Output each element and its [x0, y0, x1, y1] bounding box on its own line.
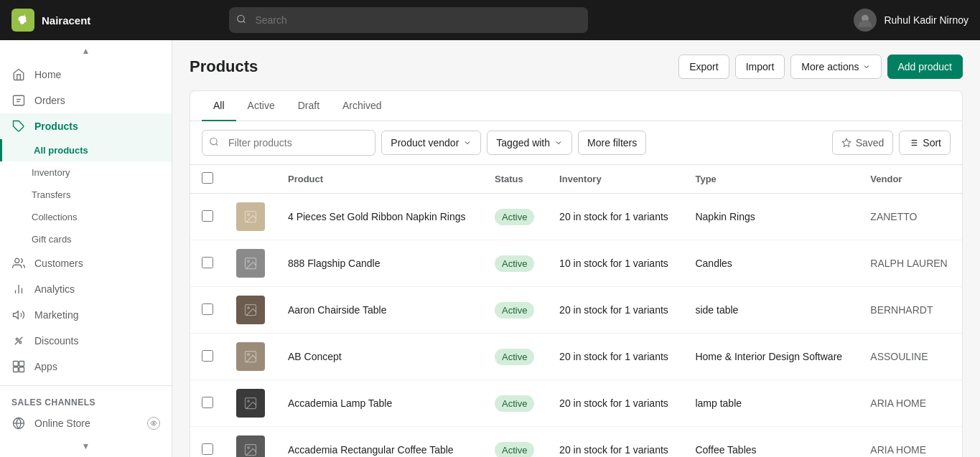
product-vendor-cell: BERNHARDT [859, 287, 962, 334]
table-row[interactable]: Aaron Chairside Table Active 20 in stock… [190, 287, 962, 334]
sidebar-item-apps[interactable]: Apps [0, 354, 172, 380]
row-checkbox[interactable] [202, 397, 213, 408]
tab-all[interactable]: All [202, 91, 236, 121]
status-badge: Active [495, 302, 534, 319]
tab-active[interactable]: Active [236, 91, 286, 121]
sidebar-item-transfers[interactable]: Transfers [0, 184, 172, 206]
row-checkbox[interactable] [202, 257, 213, 268]
sidebar-item-marketing[interactable]: Marketing [0, 302, 172, 328]
sidebar-item-orders[interactable]: Orders [0, 88, 172, 113]
filter-products-input[interactable] [202, 130, 375, 156]
filter-search [202, 130, 375, 156]
more-actions-button[interactable]: More actions [790, 55, 881, 79]
product-type: Coffee Tables [695, 444, 756, 456]
sidebar-item-collections[interactable]: Collections [0, 206, 172, 228]
product-name-cell[interactable]: AB Concept [276, 334, 483, 380]
global-search-input[interactable] [229, 7, 588, 33]
add-product-button[interactable]: Add product [887, 55, 963, 79]
svg-point-37 [248, 307, 250, 309]
shopify-logo-icon [16, 13, 30, 27]
saved-button[interactable]: Saved [832, 131, 894, 155]
status-badge: Active [495, 395, 534, 412]
tab-archived[interactable]: Archived [331, 91, 393, 121]
row-checkbox-cell[interactable] [190, 287, 225, 334]
product-status-cell: Active [483, 287, 548, 334]
sort-button[interactable]: Sort [899, 131, 951, 155]
sidebar-item-products[interactable]: Products [0, 113, 172, 139]
export-button[interactable]: Export [678, 55, 729, 79]
table-row[interactable]: AB Concept Active 20 in stock for 1 vari… [190, 334, 962, 380]
select-all-header[interactable] [190, 165, 225, 194]
chevron-down-icon [554, 138, 563, 147]
status-badge: Active [495, 442, 534, 458]
product-type-cell: Coffee Tables [683, 427, 859, 458]
sidebar-item-discounts[interactable]: Discounts [0, 328, 172, 354]
product-name-cell[interactable]: 888 Flagship Candle [276, 240, 483, 287]
table-row[interactable]: Accademia Lamp Table Active 20 in stock … [190, 380, 962, 427]
row-checkbox[interactable] [202, 210, 213, 222]
filters-row: Product vendor Tagged with More filters … [190, 121, 962, 165]
sidebar-marketing-label: Marketing [34, 309, 78, 321]
product-inventory: 10 in stock for 1 variants [559, 258, 668, 269]
sidebar-item-inventory[interactable]: Inventory [0, 161, 172, 184]
svg-point-41 [248, 400, 250, 402]
product-type: Candles [695, 258, 732, 269]
table-row[interactable]: 4 Pieces Set Gold Ribbon Napkin Rings Ac… [190, 194, 962, 240]
sort-icon [908, 138, 918, 148]
status-badge: Active [495, 349, 534, 365]
discounts-icon [11, 334, 26, 348]
sidebar-analytics-label: Analytics [34, 283, 75, 295]
sidebar-item-home[interactable]: Home [0, 62, 172, 88]
row-checkbox-cell[interactable] [190, 334, 225, 380]
brand-link[interactable]: Nairacent [11, 9, 90, 32]
product-name-cell[interactable]: Aaron Chairside Table [276, 287, 483, 334]
product-status-cell: Active [483, 427, 548, 458]
product-inventory: 20 in stock for 1 variants [559, 444, 668, 456]
svg-rect-15 [14, 362, 19, 367]
row-checkbox-cell[interactable] [190, 380, 225, 427]
row-checkbox[interactable] [202, 303, 213, 315]
import-button[interactable]: Import [735, 55, 785, 79]
sidebar-collections-label: Collections [32, 212, 78, 222]
svg-point-0 [238, 15, 244, 22]
sidebar-item-gift-cards[interactable]: Gift cards [0, 228, 172, 250]
more-filters-button[interactable]: More filters [578, 131, 646, 155]
svg-marker-25 [842, 138, 851, 146]
table-row[interactable]: Accademia Rectangular Coffee Table Activ… [190, 427, 962, 458]
svg-line-1 [243, 21, 246, 23]
status-badge: Active [495, 255, 534, 272]
tagged-with-filter[interactable]: Tagged with [487, 131, 572, 155]
marketing-icon [11, 308, 26, 322]
tab-draft[interactable]: Draft [286, 91, 331, 121]
table-row[interactable]: 888 Flagship Candle Active 10 in stock f… [190, 240, 962, 287]
product-name-cell[interactable]: 4 Pieces Set Gold Ribbon Napkin Rings [276, 194, 483, 240]
product-name-cell[interactable]: Accademia Lamp Table [276, 380, 483, 427]
sidebar-item-customers[interactable]: Customers [0, 250, 172, 276]
svg-rect-16 [19, 362, 24, 367]
row-checkbox[interactable] [202, 350, 213, 362]
product-status-cell: Active [483, 194, 548, 240]
row-checkbox[interactable] [202, 443, 213, 455]
analytics-icon [11, 282, 26, 296]
chevron-down-icon [463, 138, 472, 147]
sidebar-item-online-store[interactable]: Online Store [0, 410, 172, 435]
svg-point-33 [248, 214, 250, 216]
svg-point-7 [15, 258, 19, 263]
filter-search-icon [209, 137, 219, 149]
product-thumbnail [236, 202, 265, 231]
sidebar-inventory-label: Inventory [32, 167, 70, 178]
sidebar-item-all-products[interactable]: All products [0, 139, 172, 161]
product-vendor: ASSOULINE [870, 351, 928, 362]
row-checkbox-cell[interactable] [190, 240, 225, 287]
product-vendor: ZANETTO [870, 211, 917, 222]
product-vendor-filter[interactable]: Product vendor [381, 131, 481, 155]
sidebar-item-analytics[interactable]: Analytics [0, 276, 172, 302]
row-checkbox-cell[interactable] [190, 194, 225, 240]
product-thumb-cell [225, 427, 276, 458]
svg-line-24 [216, 143, 218, 146]
sidebar-apps-label: Apps [34, 361, 57, 372]
product-name-cell[interactable]: Accademia Rectangular Coffee Table [276, 427, 483, 458]
row-checkbox-cell[interactable] [190, 427, 225, 458]
eye-badge[interactable] [147, 417, 160, 430]
select-all-checkbox[interactable] [202, 172, 213, 184]
